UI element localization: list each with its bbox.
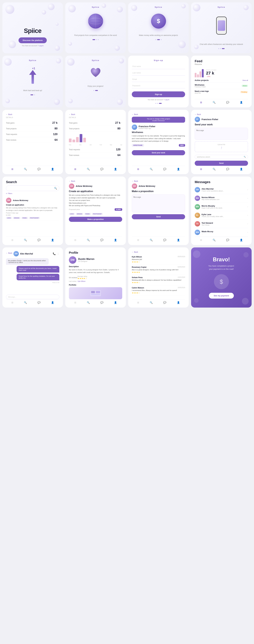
send-work-message[interactable] (195, 128, 248, 140)
nav-home-icon[interactable]: ⊞ (200, 101, 202, 104)
upload-area[interactable]: Upload file ⤴ (195, 141, 248, 152)
back-btn-project[interactable]: ← Back (132, 114, 138, 116)
project-detail-card: ← Back You are in charge of this project… (128, 110, 189, 174)
search-input[interactable] (8, 187, 54, 190)
nav-home-icon-pf[interactable]: ⊞ (74, 301, 76, 304)
nav-chat-icon-rv[interactable]: 💬 (163, 301, 166, 304)
nav-profile-icon-rv[interactable]: 👤 (177, 301, 180, 304)
nav-chat-icon[interactable]: 💬 (226, 101, 229, 104)
nav-home-icon-sp[interactable]: ⊞ (137, 238, 139, 242)
search-result-1[interactable]: AM Arlene Mckinney Create an application… (6, 196, 59, 221)
nav-home-icon-pr[interactable]: ⊞ (74, 238, 76, 242)
chat-more-icon[interactable]: ⋮ (57, 252, 59, 255)
msg-preview-norma: http://www.adriplata.com (202, 198, 246, 200)
discover-button[interactable]: Discover the platform (18, 38, 47, 43)
nav-search-icon-pf[interactable]: 🔍 (87, 301, 90, 304)
nav-home-icon-rv[interactable]: ⊞ (137, 301, 139, 304)
nav-profile-icon-p[interactable]: 👤 (177, 168, 180, 170)
project-item-wireframes[interactable]: Wireframes Francisco Fisher Active (195, 82, 248, 89)
see-payment-button[interactable]: See my payment (209, 293, 234, 298)
nav-profile-icon-c[interactable]: 👤 (51, 301, 54, 304)
send-work-button[interactable]: Send your work (132, 150, 185, 155)
nav-chat-icon-m[interactable]: 💬 (226, 238, 229, 242)
nav-home-icon-c[interactable]: ⊞ (11, 301, 13, 304)
nav-search-icon-m[interactable]: 🔍 (213, 238, 216, 242)
msg-item-norma[interactable]: NW Norma Wilson http://www.adriplata.com… (195, 194, 248, 202)
nav-search-icon-d1[interactable]: 🔍 (24, 168, 27, 170)
filter-row[interactable]: ≡ Filters (6, 192, 12, 194)
nav-home-icon-d1[interactable]: ⊞ (11, 168, 13, 170)
nav-search-icon-d2[interactable]: 🔍 (87, 168, 90, 170)
back-btn-prop[interactable]: ← Back (69, 180, 75, 182)
nav-chat-icon-p[interactable]: 💬 (163, 168, 166, 170)
nav-home-icon-p[interactable]: ⊞ (137, 168, 139, 170)
send-button[interactable]: Send (195, 161, 248, 166)
firstname-field[interactable] (132, 64, 185, 69)
prop-tag-design: DESIGN (76, 213, 83, 215)
nav-profile-icon-d1[interactable]: 👤 (51, 168, 54, 170)
nav-search-icon-c[interactable]: 🔍 (24, 301, 27, 304)
nav-chat-icon-d1[interactable]: 💬 (37, 168, 40, 170)
login-link[interactable]: Log-in (39, 45, 44, 46)
nav-chat-icon-pf[interactable]: 💬 (100, 301, 103, 304)
msg-item-kylie[interactable]: KL Kylie Lane Thank you It really shine … (195, 211, 248, 220)
send-prop-button[interactable]: Send (132, 214, 185, 219)
msg-item-ted[interactable]: TS Ted Steward Yes I know › (195, 220, 248, 228)
nav-search-icon[interactable]: 🔍 (213, 101, 216, 104)
email-field[interactable] (132, 77, 185, 82)
stat-row-projects-2: Total projects 80 ⌃ (69, 126, 122, 132)
nav-home-icon-m[interactable]: ⊞ (200, 238, 202, 242)
nav-search-icon-s[interactable]: 🔍 (213, 168, 216, 170)
nav-home-icon-s[interactable]: ⊞ (200, 168, 202, 170)
nav-chat-icon-sp[interactable]: 💬 (163, 238, 166, 242)
nav-chat-icon-s[interactable]: 💬 (226, 168, 229, 170)
back-btn-reviews[interactable]: ← Back (132, 251, 138, 253)
back-btn-send-prop[interactable]: ← Back (132, 180, 138, 182)
back-btn-chat[interactable]: ← Back (6, 252, 12, 254)
nav-profile-icon-d2[interactable]: 👤 (114, 168, 117, 170)
nav-home-icon-se[interactable]: ⊞ (11, 238, 13, 242)
project-item-logo[interactable]: Need a new logo Amel Rio Pending (195, 89, 248, 95)
chat-input[interactable]: Message... (6, 295, 59, 299)
nav-profile-icon-sp[interactable]: 👤 (177, 238, 180, 242)
back-btn-details2[interactable]: ← Back (69, 114, 75, 116)
nav-search-icon-rv[interactable]: 🔍 (150, 301, 153, 304)
nav-profile-icon-pr[interactable]: 👤 (114, 238, 117, 242)
password-field[interactable] (132, 83, 185, 88)
nav-profile-icon-m[interactable]: 👤 (240, 238, 243, 242)
back-btn-send[interactable]: ← Back (195, 114, 201, 116)
chat-call-icon[interactable]: 📞 (53, 252, 56, 255)
nav-chat-icon-c[interactable]: 💬 (37, 301, 40, 304)
active-projects-label: Active projects (195, 79, 209, 82)
lastname-field[interactable] (132, 70, 185, 76)
signup-dots (155, 103, 162, 104)
nav-profile-icon-pf[interactable]: 👤 (114, 301, 117, 304)
nav-profile-icon-se[interactable]: 👤 (51, 238, 54, 242)
send-prop-message[interactable] (132, 194, 185, 212)
nav-chat-icon-d2[interactable]: 💬 (100, 168, 103, 170)
signup-button[interactable]: Sign-up (132, 92, 185, 97)
nav-profile-icon-s[interactable]: 👤 (240, 168, 243, 170)
nav-search-icon-sp[interactable]: 🔍 (150, 238, 153, 242)
reviews-card: ← Back Kyle Wilson 05/05/2020 Awesome jo… (128, 248, 189, 308)
msg-item-wade[interactable]: WM Wade Mccoy ... › (195, 228, 248, 237)
nav-search-icon-pr[interactable]: 🔍 (87, 238, 90, 242)
nav-profile-icon[interactable]: 👤 (240, 101, 243, 104)
back-btn-details[interactable]: ← Back (6, 114, 12, 116)
make-proposition-button[interactable]: Make a proposition (69, 217, 122, 222)
view-all-link[interactable]: View all (242, 80, 248, 81)
chat-card: ← Back AM Alex Marchal 📞 ⋮ No problem Du… (2, 248, 63, 308)
file-input[interactable]: wireframes.sketch 🔍 (195, 155, 248, 159)
search-input-wrap[interactable]: 🔍 (6, 186, 59, 191)
msg-item-morris[interactable]: MM Morris Murphy Hope it will work in th… (195, 202, 248, 211)
prop-price-row: Proposed price $ 2400 (69, 208, 122, 211)
msg-item-alex[interactable]: AM Alex Marchal I have some questions ab… (195, 186, 248, 194)
nav-chat-icon-pr[interactable]: 💬 (100, 238, 103, 242)
last-reviewer: Kyle Wilson (78, 280, 85, 282)
nav-chat-icon-se[interactable]: 💬 (37, 238, 40, 242)
nav-search-icon-se[interactable]: 🔍 (24, 238, 27, 242)
stat-value-requests-2: 120 ⌄ (116, 148, 122, 151)
signup-login-link[interactable]: Log-in (165, 99, 169, 100)
nav-search-icon-p[interactable]: 🔍 (150, 168, 153, 170)
nav-home-icon-d2[interactable]: ⊞ (74, 168, 76, 170)
